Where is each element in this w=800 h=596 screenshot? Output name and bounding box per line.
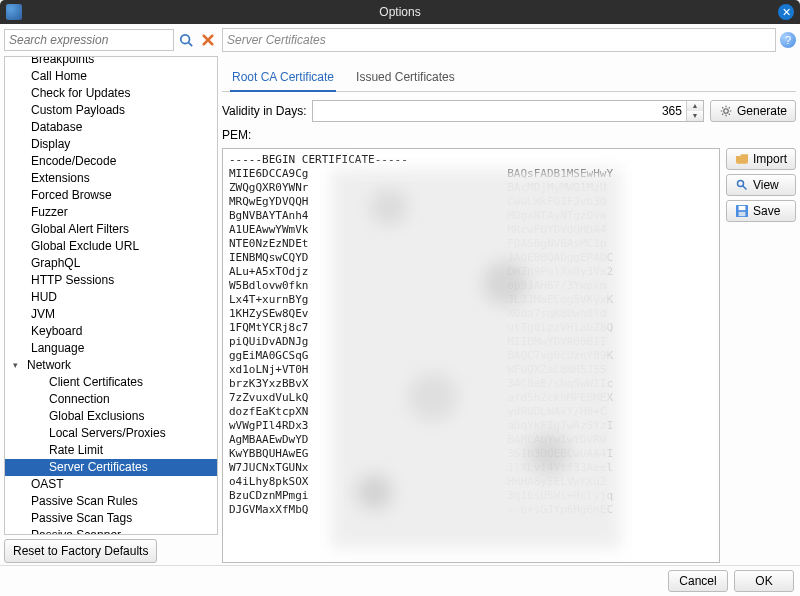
tab-root-ca[interactable]: Root CA Certificate xyxy=(230,64,336,92)
tree-item[interactable]: Custom Payloads xyxy=(5,102,217,119)
validity-down-button[interactable]: ▼ xyxy=(687,111,703,121)
tree-item[interactable]: Call Home xyxy=(5,68,217,85)
cert-action-buttons: Import View Save xyxy=(726,148,796,563)
pem-textarea[interactable]: -----BEGIN CERTIFICATE----- MIIE6DCCA9Cg… xyxy=(222,148,720,563)
tree-item-label: Passive Scanner xyxy=(31,528,121,535)
tree-item[interactable]: JVM xyxy=(5,306,217,323)
import-button[interactable]: Import xyxy=(726,148,796,170)
gear-icon xyxy=(719,104,733,118)
svg-point-0 xyxy=(181,35,190,44)
tree-item[interactable]: OAST xyxy=(5,476,217,493)
window-title: Options xyxy=(0,5,800,19)
tree-item[interactable]: Passive Scanner xyxy=(5,527,217,535)
chevron-down-icon[interactable]: ▾ xyxy=(13,358,25,373)
window-titlebar: Options ✕ xyxy=(0,0,800,24)
svg-point-4 xyxy=(724,109,729,114)
tree-item-label: Network xyxy=(27,358,71,373)
save-button[interactable]: Save xyxy=(726,200,796,222)
view-label: View xyxy=(753,178,779,192)
tree-item[interactable]: Database xyxy=(5,119,217,136)
tree-item[interactable]: Forced Browse xyxy=(5,187,217,204)
diskette-icon xyxy=(735,204,749,218)
tree-item-label: Connection xyxy=(49,392,110,407)
tree-item[interactable]: Display xyxy=(5,136,217,153)
search-input[interactable] xyxy=(4,29,174,51)
tree-item-label: OAST xyxy=(31,477,64,492)
tree-item[interactable]: HTTP Sessions xyxy=(5,272,217,289)
redaction-overlay xyxy=(331,169,621,549)
panel-heading: Server Certificates xyxy=(222,28,776,52)
generate-label: Generate xyxy=(737,104,787,118)
tree-item-label: Local Servers/Proxies xyxy=(49,426,166,441)
validity-up-button[interactable]: ▲ xyxy=(687,101,703,111)
tree-item[interactable]: Encode/Decode xyxy=(5,153,217,170)
tree-item[interactable]: HUD xyxy=(5,289,217,306)
tree-item-label: Server Certificates xyxy=(49,460,148,475)
app-icon xyxy=(6,4,22,20)
svg-line-6 xyxy=(743,186,747,190)
tree-item-label: JVM xyxy=(31,307,55,322)
magnifier-icon xyxy=(735,178,749,192)
sidebar: BreakpointsCall HomeCheck for UpdatesCus… xyxy=(4,28,218,563)
tree-item-label: GraphQL xyxy=(31,256,80,271)
tab-issued-certs[interactable]: Issued Certificates xyxy=(354,64,457,92)
generate-button[interactable]: Generate xyxy=(710,100,796,122)
tree-item[interactable]: Check for Updates xyxy=(5,85,217,102)
tree-item-label: Display xyxy=(31,137,70,152)
tree-item-label: Encode/Decode xyxy=(31,154,116,169)
tab-bar: Root CA Certificate Issued Certificates xyxy=(222,64,796,92)
svg-rect-8 xyxy=(739,206,746,210)
tree-item-label: HTTP Sessions xyxy=(31,273,114,288)
window-close-button[interactable]: ✕ xyxy=(778,4,794,20)
tree-item-label: Global Exclusions xyxy=(49,409,144,424)
tree-item[interactable]: Client Certificates xyxy=(5,374,217,391)
tree-item[interactable]: Global Alert Filters xyxy=(5,221,217,238)
reset-to-defaults-button[interactable]: Reset to Factory Defaults xyxy=(4,539,157,563)
tree-item-label: Database xyxy=(31,120,82,135)
tree-item[interactable]: Connection xyxy=(5,391,217,408)
svg-point-5 xyxy=(737,181,743,187)
tree-item-label: Check for Updates xyxy=(31,86,130,101)
tree-item[interactable]: Rate Limit xyxy=(5,442,217,459)
tree-item-label: Breakpoints xyxy=(31,56,94,67)
view-button[interactable]: View xyxy=(726,174,796,196)
tree-item-label: Passive Scan Tags xyxy=(31,511,132,526)
cancel-button[interactable]: Cancel xyxy=(668,570,728,592)
tree-item-label: Fuzzer xyxy=(31,205,68,220)
tree-item-label: Custom Payloads xyxy=(31,103,125,118)
clear-search-icon[interactable] xyxy=(198,30,218,50)
content-panel: Server Certificates ? Root CA Certificat… xyxy=(222,28,796,563)
save-label: Save xyxy=(753,204,780,218)
tree-item-label: Global Exclude URL xyxy=(31,239,139,254)
tree-item[interactable]: Global Exclusions xyxy=(5,408,217,425)
tree-item[interactable]: Passive Scan Tags xyxy=(5,510,217,527)
tree-item[interactable]: Passive Scan Rules xyxy=(5,493,217,510)
tree-item[interactable]: Extensions xyxy=(5,170,217,187)
tree-item[interactable]: Language xyxy=(5,340,217,357)
help-icon[interactable]: ? xyxy=(780,32,796,48)
search-icon[interactable] xyxy=(176,30,196,50)
tree-item-label: Global Alert Filters xyxy=(31,222,129,237)
tree-item-label: Rate Limit xyxy=(49,443,103,458)
tree-item[interactable]: Keyboard xyxy=(5,323,217,340)
tree-item[interactable]: Global Exclude URL xyxy=(5,238,217,255)
tree-item-label: Passive Scan Rules xyxy=(31,494,138,509)
tree-item-label: Call Home xyxy=(31,69,87,84)
tree-item[interactable]: ▾Network xyxy=(5,357,217,374)
validity-days-spinner[interactable]: ▲ ▼ xyxy=(312,100,703,122)
ok-button[interactable]: OK xyxy=(734,570,794,592)
tree-item[interactable]: Fuzzer xyxy=(5,204,217,221)
validity-days-input[interactable] xyxy=(313,104,685,118)
import-label: Import xyxy=(753,152,787,166)
svg-line-1 xyxy=(189,43,193,47)
tree-item-label: HUD xyxy=(31,290,57,305)
tree-item[interactable]: Breakpoints xyxy=(5,56,217,68)
options-tree[interactable]: BreakpointsCall HomeCheck for UpdatesCus… xyxy=(4,56,218,535)
validity-label: Validity in Days: xyxy=(222,104,306,118)
folder-icon xyxy=(735,152,749,166)
tree-item-label: Forced Browse xyxy=(31,188,112,203)
svg-rect-9 xyxy=(739,212,746,216)
tree-item[interactable]: Server Certificates xyxy=(5,459,217,476)
tree-item[interactable]: GraphQL xyxy=(5,255,217,272)
tree-item[interactable]: Local Servers/Proxies xyxy=(5,425,217,442)
